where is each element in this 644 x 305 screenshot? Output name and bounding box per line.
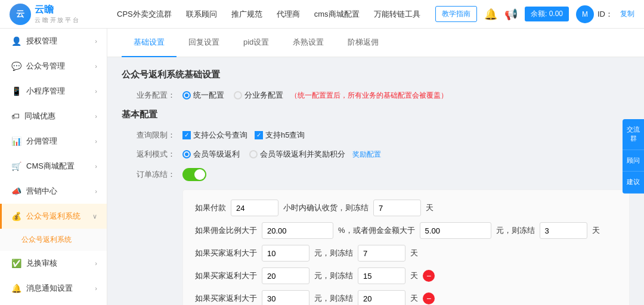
cms-icon: 🛒 [11, 161, 21, 171]
tab-ladder-rebate[interactable]: 阶梯返佣 [336, 29, 391, 57]
tabs-bar: 基础设置 回复设置 pid设置 杀熟设置 阶梯返佣 [107, 29, 644, 57]
freeze-row-3: 如果买家返利大于 元，则冻结 天 [195, 245, 617, 262]
notify-icon: 🔔 [11, 284, 21, 293]
sidebar-item-users[interactable]: 👥 用户管理 › [0, 301, 107, 305]
radio-member-points[interactable]: 会员等级返利并奖励积分 [249, 149, 345, 160]
right-panel-exchange[interactable]: 交流群 [623, 119, 644, 150]
verify-icon: ✅ [11, 259, 21, 268]
nav-link-agent[interactable]: 代理商 [277, 9, 300, 20]
order-freeze-toggle[interactable] [182, 168, 206, 181]
freeze-row5-value2[interactable] [358, 290, 405, 305]
radio-member-level[interactable]: 会员等级返利 [182, 149, 240, 160]
remove-row5-button[interactable]: − [423, 292, 435, 304]
nav-link-consult[interactable]: 联系顾问 [186, 9, 217, 20]
guide-button[interactable]: 教学指南 [435, 6, 477, 22]
checkbox-h5-box [255, 131, 263, 139]
freeze-row3-prefix: 如果买家返利大于 [195, 248, 257, 259]
tab-pid-settings[interactable]: pid设置 [231, 29, 281, 57]
nav-link-promo[interactable]: 推广规范 [231, 9, 262, 20]
freeze-row2-prefix: 如果佣金比例大于 [195, 225, 257, 236]
freeze-row5-value1[interactable] [262, 290, 309, 305]
nav-link-cms[interactable]: cms商城配置 [314, 9, 360, 20]
balance-tag: 余额: 0.00 [525, 7, 569, 21]
sidebar-label-discount: 同城优惠 [24, 111, 55, 122]
logo-area: 云 云瞻 云 瞻 开 放 平 台 [10, 4, 117, 25]
checkbox-h5-label: 支持h5查询 [265, 130, 305, 141]
main-content: 基础设置 回复设置 pid设置 杀熟设置 阶梯返佣 公众号返利系统基础设置 业务… [107, 29, 644, 305]
layout: 👤 授权管理 › 💬 公众号管理 › 📱 小程序管理 › 🏷 同城优惠 › [0, 29, 644, 305]
logo-sub: 云 瞻 开 放 平 台 [35, 16, 79, 24]
freeze-row5-prefix: 如果买家返利大于 [195, 293, 257, 304]
sidebar-sub-item-cashback[interactable]: 公众号返利系统 [0, 229, 107, 251]
return-mode-row: 返利模式： 会员等级返利 会员等级返利并奖励积分 奖励配置 [122, 149, 630, 160]
checkbox-public-label: 支持公众号查询 [193, 130, 247, 141]
sidebar-label-distribute: 分佣管理 [26, 136, 57, 147]
tab-basic-settings[interactable]: 基础设置 [122, 29, 177, 57]
business-warning-text: （统一配置置后，所有业务的基础配置会被覆盖） [290, 91, 448, 101]
sidebar-item-cashback[interactable]: 💰 公众号返利系统 ∨ [0, 204, 107, 229]
freeze-row3-suffix: 天 [410, 248, 418, 259]
checkbox-public[interactable]: 支持公众号查询 [182, 130, 247, 141]
sidebar-sub-cashback: 公众号返利系统 [0, 229, 107, 251]
radio-member-level-label: 会员等级返利 [193, 149, 240, 160]
chevron-icon: › [95, 63, 97, 70]
notification-icon[interactable]: 📢 [504, 8, 518, 21]
avatar-area: M ID： [576, 5, 613, 23]
sidebar-item-verify[interactable]: ✅ 兑换审核 › [0, 251, 107, 276]
freeze-row4-value2[interactable] [358, 267, 405, 284]
freeze-row3-value1[interactable] [262, 245, 309, 262]
chevron-icon: › [95, 38, 97, 45]
radio-unified[interactable]: 统一配置 [182, 90, 224, 101]
sidebar-item-notify[interactable]: 🔔 消息通知设置 › [0, 276, 107, 301]
freeze-row4-value1[interactable] [262, 267, 309, 284]
bell-icon[interactable]: 🔔 [484, 8, 497, 21]
distribute-icon: 📊 [11, 136, 21, 146]
freeze-row2-middle: %，或者佣金金额大于 [338, 225, 415, 236]
freeze-row4-prefix: 如果买家返利大于 [195, 270, 257, 281]
sidebar-item-discount[interactable]: 🏷 同城优惠 › [0, 104, 107, 129]
sidebar-item-wechat[interactable]: 💬 公众号管理 › [0, 54, 107, 79]
nav-links: CPS外卖交流群 联系顾问 推广规范 代理商 cms商城配置 万能转链工具 [117, 9, 435, 20]
freeze-row1-suffix: 天 [426, 203, 434, 213]
freeze-row3-value2[interactable] [358, 245, 405, 262]
reward-config-link[interactable]: 奖励配置 [352, 150, 381, 160]
remove-row4-button[interactable]: − [423, 270, 435, 282]
radio-member-points-label: 会员等级返利并奖励积分 [260, 149, 345, 160]
right-panel-consult[interactable]: 顾问 [623, 150, 644, 172]
freeze-row2-value1[interactable] [262, 222, 333, 239]
chevron-icon: › [95, 163, 97, 170]
sidebar-label-notify: 消息通知设置 [26, 283, 73, 294]
page-title: 公众号返利系统基础设置 [122, 69, 630, 80]
radio-unified-label: 统一配置 [193, 90, 224, 101]
checkbox-h5[interactable]: 支持h5查询 [255, 130, 305, 141]
nav-link-cps[interactable]: CPS外卖交流群 [117, 9, 172, 20]
sidebar-item-marketing[interactable]: 📣 营销中心 › [0, 179, 107, 204]
freeze-row1-value1[interactable] [231, 200, 278, 216]
freeze-row1-value2[interactable] [373, 200, 421, 216]
sidebar-label-auth: 授权管理 [26, 36, 57, 46]
sidebar-label-cashback: 公众号返利系统 [26, 211, 80, 222]
radio-separate[interactable]: 分业务配置 [234, 90, 283, 101]
freeze-row2-value2[interactable] [420, 222, 491, 239]
sidebar-item-distribute[interactable]: 📊 分佣管理 › [0, 129, 107, 154]
right-panel-suggest[interactable]: 建议 [623, 172, 644, 193]
chevron-icon: › [95, 285, 97, 292]
return-mode-label: 返利模式： [122, 149, 175, 160]
copy-button[interactable]: 复制 [620, 9, 634, 19]
nav-link-tools[interactable]: 万能转链工具 [374, 9, 420, 20]
freeze-row1-prefix: 如果付款 [195, 203, 226, 213]
logo-text: 云瞻 云 瞻 开 放 平 台 [35, 4, 79, 24]
query-limit-row: 查询限制： 支持公众号查询 支持h5查询 [122, 130, 630, 141]
cashback-icon: 💰 [11, 211, 21, 221]
freeze-row2-value3[interactable] [540, 222, 587, 239]
sidebar-item-auth[interactable]: 👤 授权管理 › [0, 29, 107, 54]
freeze-row-1: 如果付款 小时内确认收货，则冻结 天 [195, 200, 617, 216]
sidebar-label-verify: 兑换审核 [26, 258, 57, 269]
sidebar-item-cms[interactable]: 🛒 CMS商城配置 › [0, 154, 107, 179]
tab-shushu-settings[interactable]: 杀熟设置 [281, 29, 336, 57]
logo-main: 云瞻 [35, 4, 79, 16]
sidebar-item-miniapp[interactable]: 📱 小程序管理 › [0, 79, 107, 104]
auth-icon: 👤 [11, 36, 21, 46]
freeze-row2-suffix: 天 [592, 225, 600, 236]
tab-reply-settings[interactable]: 回复设置 [177, 29, 231, 57]
